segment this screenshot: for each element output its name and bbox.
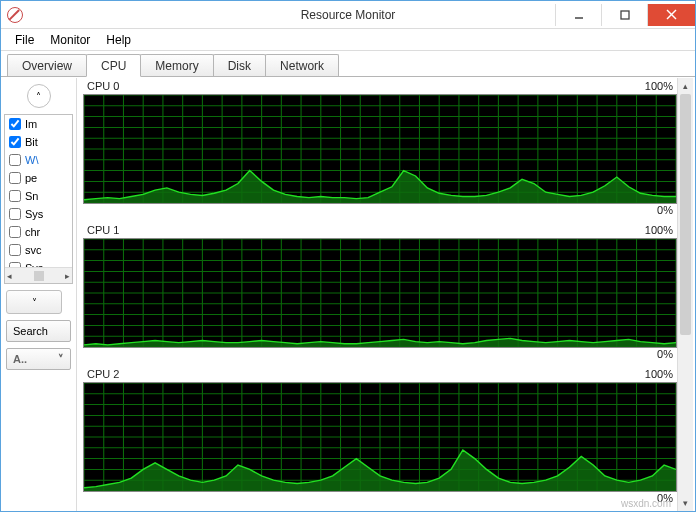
process-row[interactable]: W\ [5,151,72,169]
tab-disk[interactable]: Disk [213,54,266,76]
chevron-up-icon: ˄ [36,91,41,102]
search-button[interactable]: Search [6,320,71,342]
process-row[interactable]: svc [5,241,72,259]
process-label: Bit [25,136,38,148]
cpu-chart-0: CPU 0100%0% [83,78,677,218]
charts-pane[interactable]: CPU 0100%0%CPU 1100%0%CPU 2100%0% ▴ ▾ [77,78,695,511]
process-checkbox[interactable] [9,118,21,130]
associated-button-label: A.. [13,353,27,365]
chart-max-label: 100% [645,368,673,380]
resource-monitor-window: Resource Monitor File Monitor Help Overv… [0,0,696,512]
associated-handles-button[interactable]: A.. ˅ [6,348,71,370]
scrollbar-thumb[interactable] [680,94,691,335]
process-checkbox[interactable] [9,154,21,166]
app-icon [7,7,23,23]
process-label: svc [25,244,42,256]
body: ˄ ImBitW\peSnSyschrsvcSys ◂ ▸ ˅ Search A… [1,77,695,511]
process-row[interactable]: chr [5,223,72,241]
expand-down-button[interactable]: ˅ [6,290,62,314]
chart-title: CPU 2 [87,368,119,380]
chart-max-label: 100% [645,80,673,92]
chart-canvas [83,238,677,348]
tabstrip: OverviewCPUMemoryDiskNetwork [1,51,695,77]
scrollbar-thumb[interactable] [34,271,44,281]
tab-overview[interactable]: Overview [7,54,87,76]
process-list-panel: ImBitW\peSnSyschrsvcSys ◂ ▸ [4,114,73,284]
menu-help[interactable]: Help [100,31,137,49]
cpu-chart-1: CPU 1100%0% [83,222,677,362]
scrollbar-track[interactable] [678,94,693,495]
chart-max-label: 100% [645,224,673,236]
search-button-label: Search [13,325,48,337]
chevron-up-icon: ▴ [678,78,693,94]
chevron-right-icon: ▸ [65,271,70,281]
watermark: wsxdn.com [621,498,671,509]
process-checkbox[interactable] [9,136,21,148]
menu-monitor[interactable]: Monitor [44,31,96,49]
process-checkbox[interactable] [9,190,21,202]
process-list[interactable]: ImBitW\peSnSyschrsvcSys [5,115,72,267]
vertical-scrollbar[interactable]: ▴ ▾ [677,78,693,511]
window-title: Resource Monitor [301,8,396,22]
process-checkbox[interactable] [9,172,21,184]
process-row[interactable]: pe [5,169,72,187]
collapse-up-button[interactable]: ˄ [27,84,51,108]
tab-memory[interactable]: Memory [140,54,213,76]
sidebar: ˄ ImBitW\peSnSyschrsvcSys ◂ ▸ ˅ Search A… [1,78,77,511]
chart-title: CPU 1 [87,224,119,236]
process-label: Sn [25,190,38,202]
chevron-down-icon: ˅ [32,297,37,308]
close-button[interactable] [647,4,695,26]
chevron-left-icon: ◂ [7,271,12,281]
svg-rect-1 [621,11,629,19]
menu-file[interactable]: File [9,31,40,49]
process-checkbox[interactable] [9,208,21,220]
process-row[interactable]: Sn [5,187,72,205]
titlebar[interactable]: Resource Monitor [1,1,695,29]
process-row[interactable]: Im [5,115,72,133]
horizontal-scrollbar[interactable]: ◂ ▸ [5,267,72,283]
process-row[interactable]: Sys [5,259,72,267]
tab-cpu[interactable]: CPU [86,54,141,77]
process-row[interactable]: Bit [5,133,72,151]
process-checkbox[interactable] [9,244,21,256]
chart-canvas [83,382,677,492]
tab-network[interactable]: Network [265,54,339,76]
process-row[interactable]: Sys [5,205,72,223]
process-label: Im [25,118,37,130]
chart-min-label: 0% [657,348,673,360]
process-checkbox[interactable] [9,226,21,238]
chart-canvas [83,94,677,204]
cpu-chart-2: CPU 2100%0% [83,366,677,506]
process-label: pe [25,172,37,184]
minimize-button[interactable] [555,4,601,26]
chevron-down-icon: ▾ [678,495,693,511]
maximize-button[interactable] [601,4,647,26]
chevron-down-icon: ˅ [58,353,64,366]
window-controls [555,4,695,26]
chart-title: CPU 0 [87,80,119,92]
menubar: File Monitor Help [1,29,695,51]
process-label: chr [25,226,40,238]
process-label: Sys [25,208,43,220]
chart-min-label: 0% [657,204,673,216]
process-label: W\ [25,154,38,166]
